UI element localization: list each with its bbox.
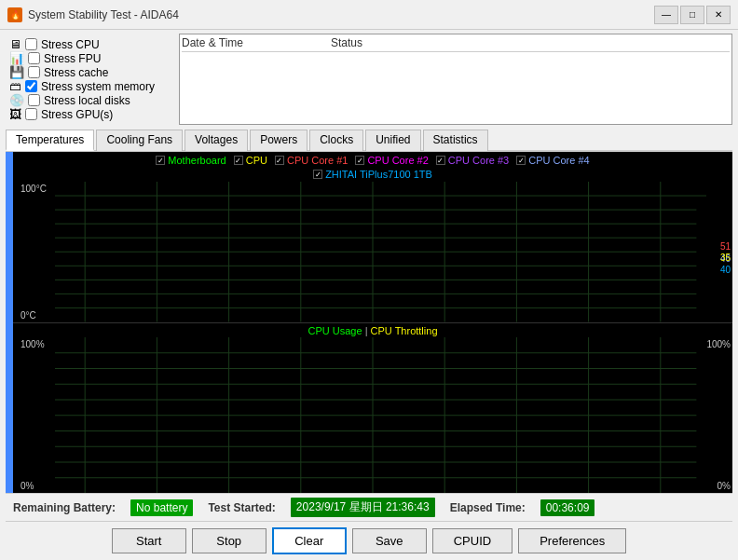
memory-icon: 🗃	[9, 79, 21, 93]
checkbox-stress-gpu[interactable]	[25, 108, 37, 120]
bottom-strip: Remaining Battery: No battery Test Start…	[6, 493, 732, 521]
chart2-header: CPU Usage | CPU Throttling	[13, 323, 732, 337]
legend-item-motherboard[interactable]: ✓Motherboard	[156, 155, 226, 166]
chart1-val-40: 40	[720, 264, 731, 276]
fpu-icon: 📊	[9, 51, 24, 65]
checkbox-label-stress-cache: Stress cache	[44, 66, 108, 79]
legend-item-cpu-core-#1[interactable]: ✓CPU Core #1	[275, 155, 348, 166]
battery-value: No battery	[130, 499, 193, 516]
chart2-title1: CPU Usage	[308, 325, 362, 336]
checkbox-item-stress-memory: 🗃Stress system memory	[9, 79, 170, 93]
left-indicator	[6, 152, 13, 493]
preferences-button[interactable]: Preferences	[518, 528, 626, 553]
checkbox-label-stress-cpu: Stress CPU	[41, 38, 100, 51]
chart1-val-51: 51	[720, 240, 731, 253]
checkbox-stress-cpu[interactable]	[25, 38, 37, 50]
checkbox-label-stress-disks: Stress local disks	[44, 94, 130, 107]
save-button[interactable]: Save	[352, 528, 427, 553]
tab-unified[interactable]: Unified	[365, 130, 420, 151]
cpu-icon: 🖥	[9, 37, 21, 51]
checkbox-item-stress-cpu: 🖥Stress CPU	[9, 37, 170, 51]
window-controls: — □ ✕	[654, 6, 731, 24]
log-panel: Date & Time Status	[179, 34, 732, 125]
tabs-row: TemperaturesCooling FansVoltagesPowersCl…	[6, 129, 732, 152]
tab-temperatures[interactable]: Temperatures	[6, 130, 94, 151]
legend-item-cpu[interactable]: ✓CPU	[234, 155, 267, 166]
test-started-label: Test Started:	[208, 501, 275, 514]
checkbox-item-stress-disks: 💿Stress local disks	[9, 93, 170, 107]
battery-label: Remaining Battery:	[13, 501, 116, 514]
log-col-status: Status	[331, 36, 730, 49]
chart1-val-35: 35	[720, 252, 731, 264]
checkbox-item-stress-fpu: 📊Stress FPU	[9, 51, 170, 65]
minimize-button[interactable]: —	[654, 6, 678, 24]
elapsed-time-value: 00:36:09	[540, 499, 595, 516]
test-started-value: 2023/9/17 星期日 21:36:43	[291, 498, 435, 517]
tab-statistics[interactable]: Statistics	[423, 130, 488, 151]
gpu-icon: 🖼	[9, 107, 21, 121]
tab-powers[interactable]: Powers	[250, 130, 308, 151]
legend-item-cpu-core-#3[interactable]: ✓CPU Core #3	[436, 155, 509, 166]
cpuid-button[interactable]: CPUID	[432, 528, 512, 553]
legend-item-cpu-core-#2[interactable]: ✓CPU Core #2	[355, 155, 428, 166]
checkbox-label-stress-fpu: Stress FPU	[44, 52, 101, 65]
title-bar: 🔥 System Stability Test - AIDA64 — □ ✕	[0, 0, 738, 30]
checkbox-label-stress-memory: Stress system memory	[41, 80, 155, 93]
disk-icon: 💿	[9, 93, 24, 107]
chart1-legend2: ✓ZHITAI TiPlus7100 1TB	[13, 169, 732, 182]
button-bar: StartStopClearSaveCPUIDPreferences	[6, 521, 732, 560]
chart2-title2: CPU Throttling	[371, 325, 438, 336]
tab-cooling-fans[interactable]: Cooling Fans	[96, 130, 183, 151]
log-col-date: Date & Time	[182, 36, 331, 49]
checkbox-item-stress-cache: 💾Stress cache	[9, 65, 170, 79]
close-button[interactable]: ✕	[706, 6, 731, 24]
stress-options-panel: 🖥Stress CPU📊Stress FPU💾Stress cache🗃Stre…	[6, 34, 173, 125]
clear-button[interactable]: Clear	[272, 527, 347, 554]
top-section: 🖥Stress CPU📊Stress FPU💾Stress cache🗃Stre…	[6, 34, 732, 125]
checkbox-stress-cache[interactable]	[28, 66, 40, 78]
window-title: System Stability Test - AIDA64	[28, 8, 179, 21]
legend-item-cpu-core-#4[interactable]: ✓CPU Core #4	[516, 155, 589, 166]
start-button[interactable]: Start	[112, 528, 186, 553]
legend-item-zhitai[interactable]: ✓ZHITAI TiPlus7100 1TB	[313, 169, 432, 180]
charts-area: ✓Motherboard✓CPU✓CPU Core #1✓CPU Core #2…	[6, 152, 732, 493]
elapsed-time-label: Elapsed Time:	[450, 501, 526, 514]
checkbox-stress-fpu[interactable]	[28, 52, 40, 64]
checkbox-stress-disks[interactable]	[28, 94, 40, 106]
chart1-legend: ✓Motherboard✓CPU✓CPU Core #1✓CPU Core #2…	[13, 152, 732, 169]
checkbox-item-stress-gpu: 🖼Stress GPU(s)	[9, 107, 170, 121]
maximize-button[interactable]: □	[680, 6, 704, 24]
checkbox-stress-memory[interactable]	[25, 80, 37, 92]
main-content: 🖥Stress CPU📊Stress FPU💾Stress cache🗃Stre…	[0, 30, 738, 560]
checkbox-label-stress-gpu: Stress GPU(s)	[41, 108, 113, 121]
log-header: Date & Time Status	[182, 36, 730, 52]
tab-clocks[interactable]: Clocks	[309, 130, 363, 151]
stop-button[interactable]: Stop	[192, 528, 266, 553]
cache-icon: 💾	[9, 65, 24, 79]
split-charts: ✓Motherboard✓CPU✓CPU Core #1✓CPU Core #2…	[6, 152, 732, 493]
app-icon: 🔥	[7, 7, 22, 22]
tab-voltages[interactable]: Voltages	[184, 130, 248, 151]
